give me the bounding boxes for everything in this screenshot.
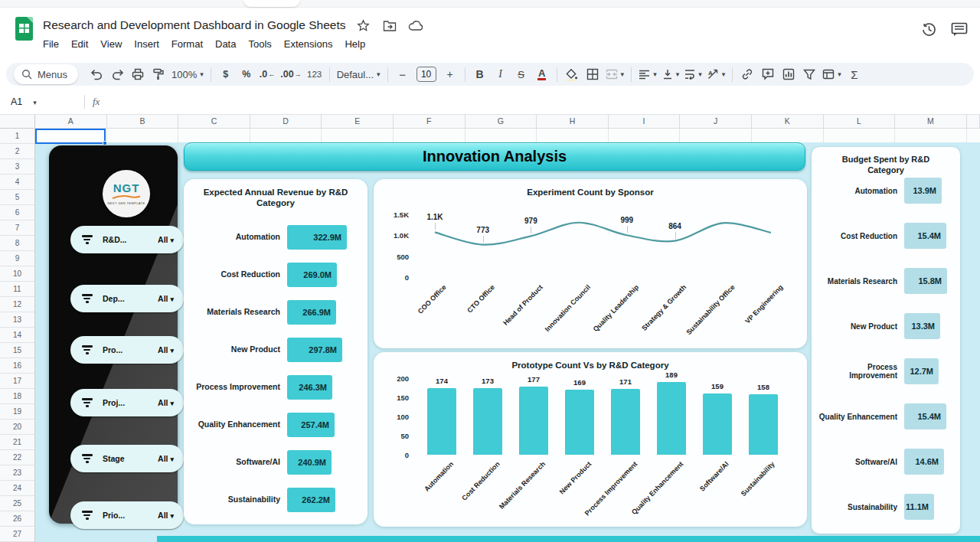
- sheet-canvas[interactable]: NGT NEXT GEN TEMPLATE R&D...AllDep...All…: [35, 129, 980, 542]
- row-header-20[interactable]: 20: [0, 420, 34, 435]
- row-header-21[interactable]: 21: [0, 435, 34, 450]
- fill-color-button[interactable]: [562, 64, 582, 84]
- row-header-9[interactable]: 9: [0, 251, 34, 266]
- print-button[interactable]: [128, 64, 148, 84]
- filter-value-dropdown[interactable]: All: [158, 398, 174, 407]
- row-header-4[interactable]: 4: [0, 175, 34, 190]
- menu-help[interactable]: Help: [339, 36, 371, 52]
- row-header-1[interactable]: 1: [0, 129, 34, 144]
- row-header-23[interactable]: 23: [0, 465, 34, 481]
- row-header-18[interactable]: 18: [0, 389, 34, 404]
- text-color-button[interactable]: A: [532, 64, 552, 84]
- menus-search-button[interactable]: Menus: [14, 64, 78, 84]
- undo-button[interactable]: [87, 64, 106, 84]
- row-header-16[interactable]: 16: [0, 358, 34, 374]
- column-header-I[interactable]: I: [609, 115, 681, 128]
- row-header-17[interactable]: 17: [0, 374, 34, 389]
- bold-button[interactable]: B: [470, 64, 490, 84]
- selected-cell-a1[interactable]: [35, 129, 106, 144]
- move-folder-icon[interactable]: [381, 17, 398, 34]
- paint-format-button[interactable]: [149, 64, 168, 84]
- menu-tools[interactable]: Tools: [243, 36, 276, 52]
- italic-button[interactable]: I: [491, 64, 511, 84]
- row-header-10[interactable]: 10: [0, 266, 34, 282]
- column-header-A[interactable]: A: [35, 115, 107, 128]
- filter-value-dropdown[interactable]: All: [158, 345, 174, 354]
- filter-pill-pro[interactable]: Pro...All: [70, 336, 184, 364]
- font-select[interactable]: Defaul...: [335, 64, 383, 84]
- insert-chart-button[interactable]: [779, 64, 799, 84]
- table-views-button[interactable]: [820, 64, 844, 84]
- text-wrap-button[interactable]: [682, 64, 704, 84]
- star-icon[interactable]: [355, 17, 372, 34]
- column-header-G[interactable]: G: [466, 115, 537, 128]
- menu-format[interactable]: Format: [166, 36, 208, 52]
- name-box[interactable]: A1: [11, 96, 77, 107]
- strikethrough-button[interactable]: S: [511, 64, 531, 84]
- vertical-align-button[interactable]: [660, 64, 682, 84]
- row-header-6[interactable]: 6: [0, 205, 34, 220]
- more-formats-button[interactable]: 123: [305, 64, 325, 84]
- name-box-caret-icon[interactable]: [22, 96, 37, 107]
- menu-insert[interactable]: Insert: [129, 36, 165, 52]
- horizontal-align-button[interactable]: [636, 64, 659, 84]
- column-header-H[interactable]: H: [537, 115, 609, 128]
- document-title[interactable]: Research and Development Dashboard in Go…: [43, 18, 346, 32]
- version-history-icon[interactable]: [921, 21, 937, 38]
- row-header-19[interactable]: 19: [0, 404, 34, 420]
- row-header-11[interactable]: 11: [0, 282, 34, 297]
- column-header-D[interactable]: D: [250, 115, 322, 128]
- row-header-22[interactable]: 22: [0, 450, 34, 465]
- row-header-8[interactable]: 8: [0, 236, 34, 251]
- filter-pill-dep[interactable]: Dep...All: [70, 285, 184, 312]
- redo-button[interactable]: [107, 64, 127, 84]
- insert-link-button[interactable]: [737, 64, 757, 84]
- menu-view[interactable]: View: [95, 36, 127, 52]
- column-header-M[interactable]: M: [895, 115, 967, 128]
- zoom-select[interactable]: 100%: [169, 64, 206, 84]
- filter-pill-proj[interactable]: Proj...All: [70, 389, 184, 416]
- menu-file[interactable]: File: [38, 36, 64, 52]
- comments-icon[interactable]: [951, 22, 968, 37]
- prototype-bar-chart-panel[interactable]: Prototype Count Vs by R&D Category 20015…: [374, 352, 807, 527]
- formula-input[interactable]: [100, 89, 980, 114]
- budget-chart-panel[interactable]: Budget Spent by R&D Category Automation1…: [812, 147, 960, 534]
- row-header-13[interactable]: 13: [0, 312, 34, 328]
- insert-comment-button[interactable]: [758, 64, 778, 84]
- filter-value-dropdown[interactable]: All: [158, 294, 174, 303]
- experiment-line-chart-panel[interactable]: Experiment Count by Sponsor 1.5K1.0K5000…: [374, 179, 807, 348]
- menu-edit[interactable]: Edit: [66, 36, 93, 52]
- font-size-input[interactable]: 10: [416, 67, 436, 82]
- filter-pill-rd[interactable]: R&D...All: [70, 226, 184, 253]
- row-header-27[interactable]: 27: [0, 527, 34, 542]
- column-header-B[interactable]: B: [107, 115, 179, 128]
- column-header-C[interactable]: C: [178, 115, 250, 128]
- filter-value-dropdown[interactable]: All: [158, 511, 174, 520]
- column-header-K[interactable]: K: [752, 115, 824, 128]
- column-header-L[interactable]: L: [824, 115, 896, 128]
- row-header-2[interactable]: 2: [0, 144, 34, 159]
- row-header-3[interactable]: 3: [0, 159, 34, 175]
- borders-button[interactable]: [583, 64, 603, 84]
- row-header-25[interactable]: 25: [0, 496, 34, 511]
- revenue-chart-panel[interactable]: Expected Annual Revenue by R&D Category …: [184, 179, 368, 524]
- decrease-font-size-button[interactable]: −: [393, 64, 413, 84]
- text-rotation-button[interactable]: A: [705, 64, 728, 84]
- functions-button[interactable]: Σ: [844, 64, 864, 84]
- menu-data[interactable]: Data: [210, 36, 241, 52]
- select-all-corner[interactable]: [0, 115, 35, 129]
- row-header-12[interactable]: 12: [0, 297, 34, 312]
- decrease-decimals-button[interactable]: .0←: [257, 64, 277, 84]
- row-header-26[interactable]: 26: [0, 511, 34, 527]
- row-header-14[interactable]: 14: [0, 328, 34, 343]
- create-filter-button[interactable]: [799, 64, 819, 84]
- column-header-F[interactable]: F: [394, 115, 466, 128]
- sheets-logo-icon[interactable]: [15, 17, 33, 41]
- percent-format-button[interactable]: %: [237, 64, 256, 84]
- filter-pill-stage[interactable]: StageAll: [70, 445, 184, 472]
- currency-format-button[interactable]: $: [216, 64, 236, 84]
- row-header-15[interactable]: 15: [0, 343, 34, 358]
- column-header-J[interactable]: J: [680, 115, 752, 128]
- increase-font-size-button[interactable]: +: [440, 64, 460, 84]
- row-header-5[interactable]: 5: [0, 190, 34, 205]
